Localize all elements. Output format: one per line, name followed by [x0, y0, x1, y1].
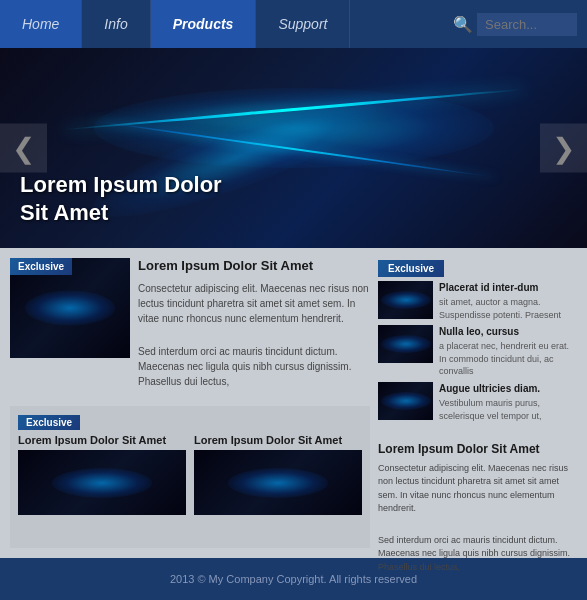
rthumb2-glow	[381, 335, 431, 353]
top-row: Exclusive Lorem Ipsum Dolor Sit Amet Con…	[10, 258, 370, 398]
right-bottom-title: Lorem Ipsum Dolor Sit Amet	[378, 442, 577, 458]
right-thumb1	[378, 281, 433, 319]
card1-thumbnail: Exclusive	[10, 258, 130, 358]
right-bottom-card: Lorem Ipsum Dolor Sit Amet Consectetur a…	[378, 442, 577, 574]
hero-next-button[interactable]: ❯	[540, 124, 587, 173]
nav-products[interactable]: Products	[151, 0, 257, 48]
right-item-1: Placerat id inter-dum sit amet, auctor a…	[378, 281, 577, 321]
card2-thumbnail	[18, 450, 186, 515]
right-item1-text: Placerat id inter-dum sit amet, auctor a…	[439, 281, 577, 321]
right-item2-title: Nulla leo, cursus	[439, 325, 577, 338]
card3-title: Lorem Ipsum Dolor Sit Amet	[194, 434, 362, 446]
card3: Lorem Ipsum Dolor Sit Amet	[194, 434, 362, 515]
right-thumb3	[378, 382, 433, 420]
search-input[interactable]	[477, 13, 577, 36]
card2-title: Lorem Ipsum Dolor Sit Amet	[18, 434, 186, 446]
hero-section: Lorem Ipsum Dolor Sit Amet ❮ ❯	[0, 48, 587, 248]
card2: Lorem Ipsum Dolor Sit Amet	[18, 434, 186, 515]
right-item-3: Augue ultricies diam. Vestibulum mauris …	[378, 382, 577, 422]
footer-text: 2013 © My Company Copyright. All rights …	[170, 573, 417, 585]
right-top: Exclusive Placerat id inter-dum sit amet…	[378, 258, 577, 422]
nav-home[interactable]: Home	[0, 0, 82, 48]
exclusive-badge-1: Exclusive	[10, 258, 72, 275]
card1-body2: Sed interdum orci ac mauris tincidunt di…	[138, 344, 370, 389]
right-thumb2	[378, 325, 433, 363]
card1: Exclusive Lorem Ipsum Dolor Sit Amet Con…	[10, 258, 370, 398]
bottom-cards: Lorem Ipsum Dolor Sit Amet Lorem Ipsum D…	[18, 434, 362, 515]
right-item-2: Nulla leo, cursus a placerat nec, hendre…	[378, 325, 577, 378]
left-column: Exclusive Lorem Ipsum Dolor Sit Amet Con…	[10, 258, 370, 548]
rthumb1-glow	[381, 291, 431, 309]
right-item3-text: Augue ultricies diam. Vestibulum mauris …	[439, 382, 577, 422]
card1-body1: Consectetur adipiscing elit. Maecenas ne…	[138, 281, 370, 326]
right-column: Exclusive Placerat id inter-dum sit amet…	[370, 258, 577, 548]
card1-text: Lorem Ipsum Dolor Sit Amet Consectetur a…	[138, 258, 370, 398]
right-item2-body: a placerat nec, hendrerit eu erat. In co…	[439, 340, 577, 378]
nav-info[interactable]: Info	[82, 0, 150, 48]
bottom-row: Exclusive Lorem Ipsum Dolor Sit Amet Lor…	[10, 406, 370, 548]
right-item3-title: Augue ultricies diam.	[439, 382, 577, 395]
right-item1-title: Placerat id inter-dum	[439, 281, 577, 294]
right-bottom-body2: Sed interdum orci ac mauris tincidunt di…	[378, 534, 577, 575]
hero-title-line2: Sit Amet	[20, 200, 108, 225]
thumb3-glow	[228, 468, 328, 498]
right-item2-text: Nulla leo, cursus a placerat nec, hendre…	[439, 325, 577, 378]
search-container: 🔍	[443, 0, 587, 48]
right-item3-body: Vestibulum mauris purus, scelerisque vel…	[439, 397, 577, 422]
card1-title: Lorem Ipsum Dolor Sit Amet	[138, 258, 370, 275]
exclusive-badge-3: Exclusive	[378, 260, 444, 277]
rthumb3-glow	[381, 392, 431, 410]
exclusive-badge-2: Exclusive	[18, 415, 80, 430]
hero-title-line1: Lorem Ipsum Dolor	[20, 172, 222, 197]
hero-text: Lorem Ipsum Dolor Sit Amet	[20, 171, 222, 228]
right-bottom-body1: Consectetur adipiscing elit. Maecenas ne…	[378, 462, 577, 516]
nav-support[interactable]: Support	[256, 0, 350, 48]
navigation: Home Info Products Support 🔍	[0, 0, 587, 48]
right-item1-body: sit amet, auctor a magna. Suspendisse po…	[439, 296, 577, 321]
thumb1-glow	[25, 291, 115, 326]
thumb2-glow	[52, 468, 152, 498]
hero-prev-button[interactable]: ❮	[0, 124, 47, 173]
right-items: Placerat id inter-dum sit amet, auctor a…	[378, 281, 577, 422]
card3-thumbnail	[194, 450, 362, 515]
main-content: Exclusive Lorem Ipsum Dolor Sit Amet Con…	[0, 248, 587, 558]
search-icon: 🔍	[453, 15, 473, 34]
